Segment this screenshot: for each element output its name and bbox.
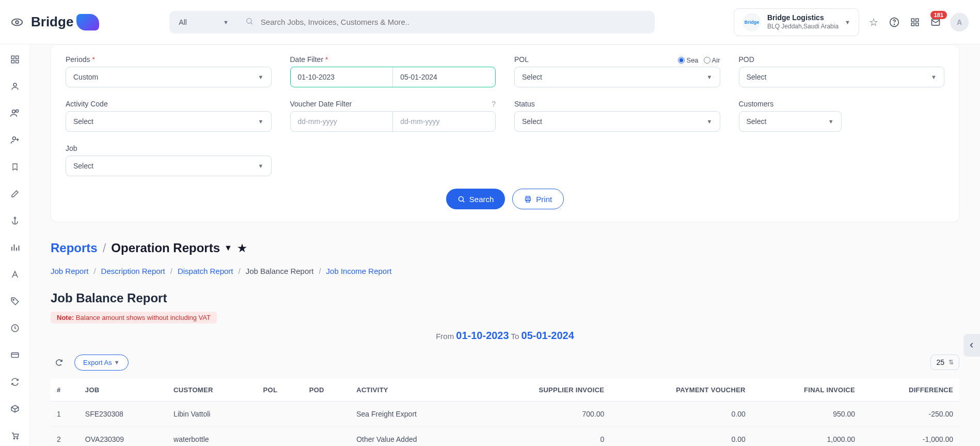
apps-icon[interactable] xyxy=(909,16,921,28)
col-pol[interactable]: POL xyxy=(257,379,303,402)
customers-value: Select xyxy=(747,117,767,126)
export-dropdown[interactable]: Export As▼ xyxy=(74,355,129,371)
help-icon[interactable]: ? xyxy=(492,100,496,108)
clock-icon[interactable] xyxy=(9,322,21,334)
user-plus-icon[interactable] xyxy=(9,134,21,146)
col-pod[interactable]: POD xyxy=(303,379,351,402)
col-job[interactable]: JOB xyxy=(79,379,167,402)
svg-point-17 xyxy=(15,110,18,112)
star-icon[interactable]: ☆ xyxy=(867,16,880,28)
company-text: Bridge Logistics BLQ Jeddah,Saudi Arabia xyxy=(767,13,839,30)
air-radio[interactable]: Air xyxy=(704,56,720,64)
tab-job-report[interactable]: Job Report xyxy=(51,267,88,275)
mail-icon[interactable]: 181 xyxy=(929,16,942,28)
col-supplier-invoice[interactable]: SUPPLIER INVOICE xyxy=(476,379,610,402)
chart-icon[interactable] xyxy=(9,242,21,253)
svg-rect-13 xyxy=(11,60,14,63)
from-label: From xyxy=(436,332,454,341)
edit-icon[interactable] xyxy=(9,188,21,199)
date-from-input[interactable] xyxy=(291,67,393,87)
col-difference[interactable]: DIFFERENCE xyxy=(861,379,959,402)
op-reports-label: Operation Reports xyxy=(111,241,220,255)
tab-job-balance-report[interactable]: Job Balance Report xyxy=(246,267,314,275)
voucher-date-range xyxy=(290,111,496,132)
table-row[interactable]: 2OVA230309waterbottleOther Value Added00… xyxy=(51,427,959,447)
dashboard-icon[interactable] xyxy=(9,54,21,65)
col-idx[interactable]: # xyxy=(51,379,79,402)
voucher-to-input[interactable] xyxy=(393,112,495,131)
sync-icon[interactable] xyxy=(9,376,21,388)
favorite-star-icon[interactable]: ★ xyxy=(238,242,247,254)
activity-value: Select xyxy=(73,117,93,126)
company-name: Bridge Logistics xyxy=(767,13,839,23)
svg-rect-6 xyxy=(911,19,914,21)
pod-label: POD xyxy=(739,55,754,64)
tab-description-report[interactable]: Description Report xyxy=(101,267,165,275)
status-label: Status xyxy=(514,100,535,108)
bookmark-icon[interactable] xyxy=(9,161,21,173)
status-select[interactable]: Select▼ xyxy=(514,111,720,132)
sea-radio[interactable]: Sea xyxy=(678,56,698,64)
reports-link[interactable]: Reports xyxy=(51,241,98,255)
brand-logo[interactable]: Bridge xyxy=(31,14,99,30)
box-icon[interactable] xyxy=(9,403,21,414)
users-icon[interactable] xyxy=(9,107,21,119)
caret-down-icon: ▼ xyxy=(845,19,850,25)
search-button[interactable]: Search xyxy=(446,189,505,209)
page-size-value: 25 xyxy=(936,358,944,366)
date-filter-range xyxy=(290,67,496,87)
menu-toggle-icon[interactable] xyxy=(11,17,23,28)
caret-down-icon: ▼ xyxy=(224,243,232,253)
mail-badge: 181 xyxy=(930,11,947,19)
tab-job-income-report[interactable]: Job Income Report xyxy=(326,267,392,275)
search-input[interactable] xyxy=(254,18,655,26)
text-icon[interactable] xyxy=(9,269,21,280)
caret-down-icon: ▼ xyxy=(931,74,937,80)
col-customer[interactable]: CUSTOMER xyxy=(167,379,257,402)
global-search: All ▼ xyxy=(169,11,655,34)
refresh-button[interactable] xyxy=(51,354,67,371)
search-button-label: Search xyxy=(469,195,494,204)
svg-point-15 xyxy=(13,83,17,86)
periods-value: Custom xyxy=(73,73,98,81)
job-select[interactable]: Select▼ xyxy=(66,156,272,176)
date-filter-field: Date Filter* xyxy=(290,55,496,87)
anchor-icon[interactable] xyxy=(9,215,21,226)
left-sidebar xyxy=(0,44,30,446)
col-activity[interactable]: ACTIVITY xyxy=(350,379,476,402)
svg-rect-7 xyxy=(916,19,919,21)
activity-select[interactable]: Select▼ xyxy=(66,111,272,132)
col-payment-voucher[interactable]: PAYMENT VOUCHER xyxy=(610,379,752,402)
operation-reports-dropdown[interactable]: Operation Reports▼ xyxy=(111,241,232,255)
date-to-input[interactable] xyxy=(393,67,495,87)
col-final-invoice[interactable]: FINAL INVOICE xyxy=(752,379,861,402)
top-header: Bridge All ▼ Bridge Bridge Logistics BLQ… xyxy=(0,0,980,44)
svg-point-25 xyxy=(459,196,463,201)
activity-label: Activity Code xyxy=(66,100,108,108)
page-size-select[interactable]: 25⇅ xyxy=(930,355,959,370)
print-button[interactable]: Print xyxy=(512,189,564,209)
pod-select[interactable]: Select▼ xyxy=(739,67,945,87)
user-avatar[interactable]: A xyxy=(950,13,969,32)
periods-select[interactable]: Custom▼ xyxy=(66,67,272,87)
voucher-from-input[interactable] xyxy=(291,112,393,131)
svg-rect-8 xyxy=(911,23,914,25)
table-row[interactable]: 1SFE230308Libin VattoliSea Freight Expor… xyxy=(51,402,959,427)
note-text: Balance amount shows without including V… xyxy=(76,314,211,321)
filter-card: Periods* Custom▼ Date Filter* POL Sea xyxy=(51,44,959,222)
help-icon[interactable] xyxy=(888,16,900,28)
svg-point-5 xyxy=(894,24,895,24)
sort-icon: ⇅ xyxy=(949,359,954,366)
tab-dispatch-report[interactable]: Dispatch Report xyxy=(178,267,233,275)
collapse-panel-icon[interactable] xyxy=(963,334,980,357)
user-icon[interactable] xyxy=(9,81,21,92)
status-field: Status Select▼ xyxy=(514,100,720,132)
card-icon[interactable] xyxy=(9,349,21,361)
tag-icon[interactable] xyxy=(9,296,21,307)
search-category-select[interactable]: All ▼ xyxy=(169,11,238,34)
svg-point-0 xyxy=(12,19,22,25)
pol-select[interactable]: Select▼ xyxy=(514,67,720,87)
cart-icon[interactable] xyxy=(9,430,21,441)
company-switcher[interactable]: Bridge Bridge Logistics BLQ Jeddah,Saudi… xyxy=(734,8,859,36)
customers-select[interactable]: Select▼ xyxy=(739,111,842,132)
